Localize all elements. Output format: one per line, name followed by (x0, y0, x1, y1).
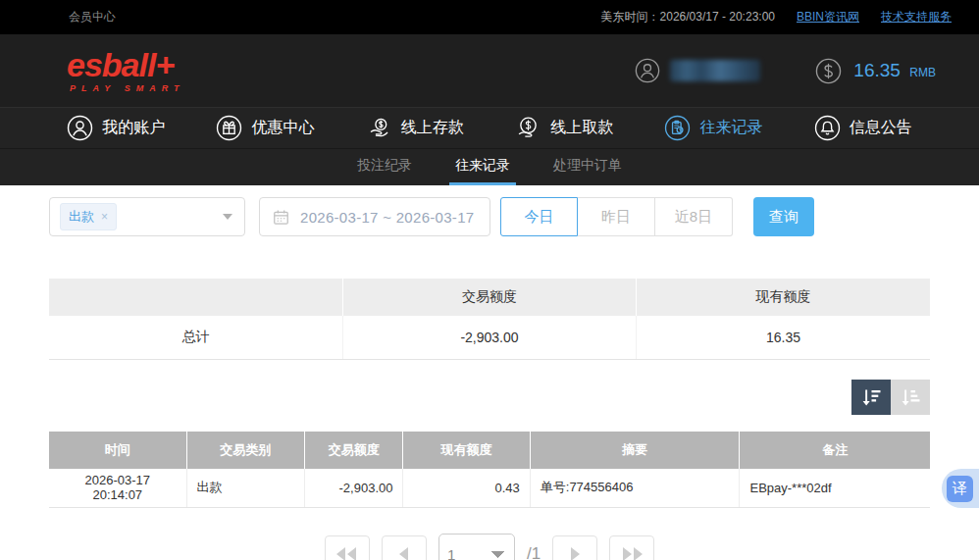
double-left-arrow-icon (336, 547, 358, 560)
cell-summary: 单号:774556406 (530, 469, 740, 508)
transaction-type-select[interactable]: 出款 × (49, 197, 245, 236)
eastern-time-label: 美东时间：2026/03/17 - 20:23:00 (601, 9, 775, 25)
records-table: 时间 交易类别 交易额度 现有额度 摘要 备注 2026-03-17 20:14… (49, 432, 930, 509)
filter-bar: 出款 × 2026-03-17 ~ 2026-03-17 今日 昨日 近8日 查… (49, 197, 930, 236)
col-transaction-type: 交易类别 (186, 432, 304, 469)
col-summary: 摘要 (530, 432, 740, 469)
summary-header-empty (49, 279, 342, 316)
deposit-icon (366, 115, 392, 141)
nav-label: 我的账户 (102, 118, 165, 138)
left-arrow-icon (398, 547, 409, 560)
tech-support-link[interactable]: 技术支持服务 (881, 9, 952, 25)
table-row: 2026-03-17 20:14:07 出款 -2,903.00 0.43 单号… (49, 469, 930, 508)
chevron-down-icon (223, 214, 232, 220)
user-icon (67, 115, 93, 141)
type-tag-label: 出款 (69, 208, 94, 226)
date-range-input[interactable]: 2026-03-17 ~ 2026-03-17 (259, 197, 490, 236)
calendar-icon (272, 208, 290, 227)
sub-nav: 投注纪录 往来记录 处理中订单 (0, 148, 979, 185)
sort-ascending-button[interactable] (891, 380, 930, 415)
summary-header-current-balance: 现有额度 (637, 279, 930, 316)
nav-label: 信息公告 (850, 118, 912, 138)
pagination: 1 /1 (0, 534, 979, 560)
col-remarks: 备注 (740, 432, 930, 469)
bbin-news-link[interactable]: BBIN资讯网 (797, 9, 859, 25)
next-page-button[interactable] (552, 535, 597, 560)
bell-icon (814, 115, 841, 141)
username-blurred (670, 60, 760, 81)
translate-icon: 译 (947, 476, 973, 502)
topbar: 会员中心 美东时间：2026/03/17 - 20:23:00 BBIN资讯网 … (0, 0, 979, 34)
main-nav: 我的账户 优惠中心 线上存款 (0, 107, 979, 148)
tab-betting-records[interactable]: 投注纪录 (351, 149, 418, 185)
sort-controls (49, 380, 930, 415)
date-range-value: 2026-03-17 ~ 2026-03-17 (300, 209, 474, 226)
dollar-coin-icon (815, 58, 842, 84)
last-8-days-button[interactable]: 近8日 (655, 197, 733, 236)
gift-icon (216, 115, 242, 141)
site-header: esball+ PLAY SMART (0, 34, 979, 107)
nav-item-my-account[interactable]: 我的账户 (67, 115, 165, 141)
summary-current-balance: 16.35 (637, 316, 930, 359)
nav-item-online-withdrawal[interactable]: 线上取款 (515, 115, 613, 141)
nav-label: 线上存款 (401, 118, 464, 138)
nav-label: 优惠中心 (251, 118, 314, 138)
nav-label: 往来记录 (699, 118, 762, 138)
summary-total-label: 总计 (49, 316, 342, 359)
withdraw-icon (515, 115, 541, 141)
sort-descending-icon (859, 385, 883, 409)
tab-processing-orders[interactable]: 处理中订单 (547, 149, 628, 185)
summary-transaction-amount: -2,903.00 (342, 316, 636, 359)
search-button[interactable]: 查询 (753, 197, 814, 236)
type-tag-withdrawal: 出款 × (60, 203, 117, 230)
cell-time: 2026-03-17 20:14:07 (49, 469, 186, 508)
nav-item-online-deposit[interactable]: 线上存款 (366, 115, 464, 141)
nav-item-transaction-records[interactable]: 往来记录 (664, 115, 762, 141)
translate-widget[interactable]: 译 (942, 469, 979, 508)
records-icon (664, 115, 691, 141)
first-page-button[interactable] (325, 535, 370, 560)
balance-amount: 16.35 (853, 60, 901, 80)
cell-remarks: EBpay-***02df (740, 469, 930, 508)
logo-tagline: PLAY SMART (70, 84, 185, 93)
member-center-link[interactable]: 会员中心 (69, 9, 116, 25)
summary-table: 交易额度 现有额度 总计 -2,903.00 16.35 (49, 279, 930, 360)
balance-currency: RMB (909, 66, 936, 79)
sort-ascending-icon (899, 385, 922, 409)
total-pages-label: /1 (527, 544, 541, 560)
avatar-icon (635, 58, 660, 83)
tab-transaction-records[interactable]: 往来记录 (449, 149, 516, 185)
nav-item-promotions[interactable]: 优惠中心 (216, 115, 314, 141)
col-transaction-amount: 交易额度 (304, 432, 403, 469)
page-select[interactable]: 1 (438, 534, 515, 560)
today-button[interactable]: 今日 (500, 197, 578, 236)
records-header-row: 时间 交易类别 交易额度 现有额度 摘要 备注 (49, 432, 930, 469)
quick-date-buttons: 今日 昨日 近8日 (500, 197, 733, 236)
cell-current-balance: 0.43 (403, 469, 530, 508)
col-time: 时间 (49, 432, 186, 469)
nav-item-announcements[interactable]: 信息公告 (814, 115, 912, 141)
col-current-balance: 现有额度 (403, 432, 530, 469)
tag-remove-icon[interactable]: × (101, 210, 108, 224)
nav-label: 线上取款 (550, 118, 613, 138)
logo-text: esball+ (67, 48, 185, 81)
summary-header-row: 交易额度 现有额度 (49, 279, 930, 316)
page: 会员中心 美东时间：2026/03/17 - 20:23:00 BBIN资讯网 … (0, 0, 979, 560)
last-page-button[interactable] (609, 535, 654, 560)
double-right-arrow-icon (621, 547, 643, 560)
cell-transaction-amount: -2,903.00 (304, 469, 403, 508)
summary-total-row: 总计 -2,903.00 16.35 (49, 316, 930, 359)
balance-chip[interactable]: 16.35 RMB (815, 58, 936, 84)
user-account-chip[interactable] (635, 58, 760, 83)
cell-transaction-type: 出款 (186, 469, 304, 508)
esball-logo[interactable]: esball+ PLAY SMART (67, 48, 185, 93)
yesterday-button[interactable]: 昨日 (578, 197, 655, 236)
previous-page-button[interactable] (382, 535, 427, 560)
sort-descending-button[interactable] (851, 380, 891, 415)
right-arrow-icon (570, 547, 581, 560)
summary-header-transaction-amount: 交易额度 (342, 279, 636, 316)
